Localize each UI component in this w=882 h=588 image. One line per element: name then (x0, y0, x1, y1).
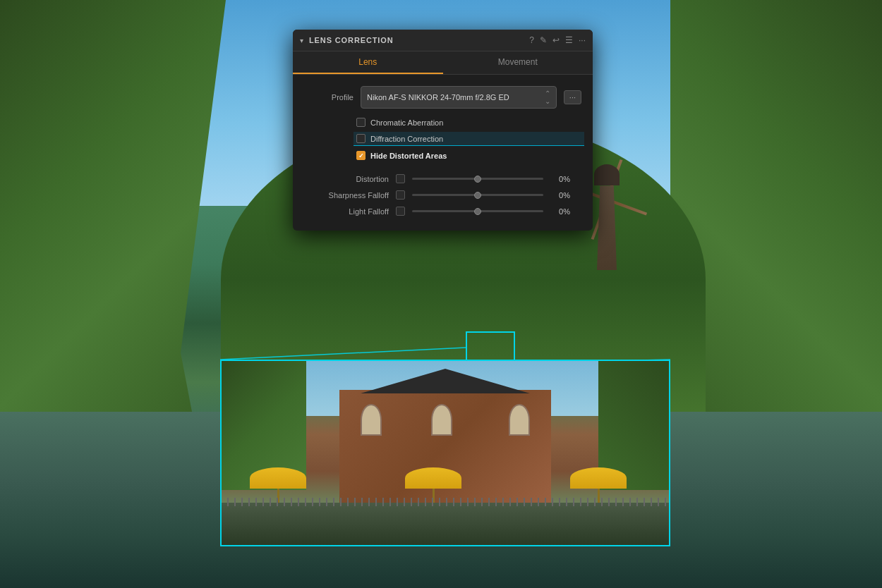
diffraction-correction-checkbox[interactable] (356, 134, 366, 143)
chromatic-aberration-label: Chromatic Aberration (370, 118, 443, 127)
hide-distorted-areas-checkbox[interactable]: ✓ (356, 151, 366, 160)
chromatic-aberration-row: Chromatic Aberration (356, 116, 581, 129)
sharpness-falloff-label: Sharpness Falloff (304, 191, 389, 200)
chromatic-aberration-checkbox[interactable] (356, 118, 366, 127)
reset-icon[interactable]: ↩ (552, 35, 560, 45)
hide-distorted-areas-row: ✓ Hide Distorted Areas (356, 149, 581, 162)
panel-header: ▾ LENS CORRECTION ? ✎ ↩ ☰ ··· (293, 30, 593, 51)
sharpness-falloff-value: 0% (550, 191, 570, 200)
panel-content: Profile Nikon AF-S NIKKOR 24-70mm f/2.8G… (293, 75, 593, 231)
windmill-cap (594, 164, 620, 185)
sharpness-falloff-slider[interactable] (412, 194, 543, 196)
light-falloff-value: 0% (550, 207, 570, 216)
light-falloff-thumb (474, 208, 481, 215)
diffraction-correction-row: Diffraction Correction (354, 132, 584, 146)
light-falloff-checkbox[interactable] (396, 207, 405, 216)
light-falloff-label: Light Falloff (304, 207, 389, 216)
windmill-tower (597, 185, 617, 270)
list-icon[interactable]: ☰ (565, 35, 573, 45)
light-falloff-row: Light Falloff 0% (293, 203, 581, 219)
sliders-section: Distortion 0% Sharpness Falloff 0% Light… (293, 165, 593, 223)
panel-tabs: Lens Movement (293, 51, 593, 75)
panel-collapse-arrow[interactable]: ▾ (300, 37, 303, 44)
checkboxes-section: Chromatic Aberration Diffraction Correct… (293, 113, 593, 165)
tab-lens[interactable]: Lens (293, 51, 443, 74)
select-arrow-icon: ⌃⌄ (545, 90, 550, 105)
distortion-label: Distortion (304, 175, 389, 183)
lens-correction-panel: ▾ LENS CORRECTION ? ✎ ↩ ☰ ··· Lens Movem… (293, 30, 593, 231)
light-falloff-slider[interactable] (412, 210, 543, 212)
panel-icon-group: ? ✎ ↩ ☰ ··· (529, 35, 586, 45)
profile-select[interactable]: Nikon AF-S NIKKOR 24-70mm f/2.8G ED ⌃⌄ (361, 86, 557, 109)
sharpness-falloff-row: Sharpness Falloff 0% (293, 187, 581, 203)
sharpness-falloff-checkbox[interactable] (396, 190, 405, 200)
sharpness-falloff-thumb (474, 192, 481, 199)
distortion-thumb (474, 176, 481, 183)
profile-value: Nikon AF-S NIKKOR 24-70mm f/2.8G ED (367, 93, 509, 102)
help-icon[interactable]: ? (529, 35, 534, 45)
hide-distorted-areas-label: Hide Distorted Areas (370, 152, 447, 160)
distortion-row: Distortion 0% (293, 171, 581, 187)
more-icon[interactable]: ··· (579, 35, 586, 45)
zoom-preview-box (220, 360, 670, 546)
profile-more-button[interactable]: ··· (564, 90, 581, 104)
tab-movement[interactable]: Movement (443, 51, 593, 74)
profile-row: Profile Nikon AF-S NIKKOR 24-70mm f/2.8G… (293, 82, 593, 113)
edit-icon[interactable]: ✎ (540, 35, 547, 45)
distortion-slider[interactable] (412, 178, 543, 180)
distortion-value: 0% (550, 175, 570, 183)
profile-label: Profile (304, 93, 354, 102)
panel-title: LENS CORRECTION (309, 36, 524, 44)
diffraction-correction-label: Diffraction Correction (370, 135, 443, 143)
zoom-source-box (466, 331, 515, 363)
distortion-checkbox[interactable] (396, 174, 405, 183)
checkbox-checkmark: ✓ (358, 152, 364, 159)
